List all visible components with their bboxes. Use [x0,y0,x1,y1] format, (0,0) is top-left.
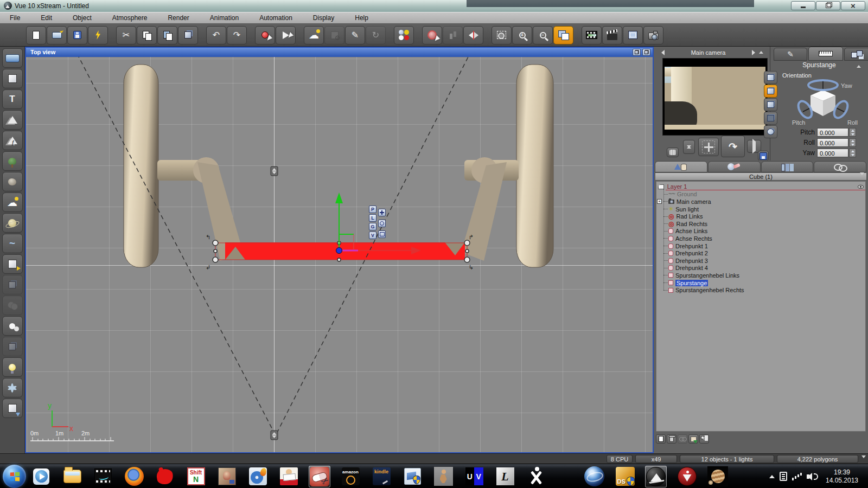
rotate-handle-icon[interactable]: ↰ [206,234,210,240]
object-list-header[interactable]: Cube (1) [655,172,867,181]
taskbar-planet-tool[interactable] [707,466,729,487]
render-snapshot-button[interactable] [643,26,663,44]
overlay-move-button[interactable] [378,209,386,216]
menu-automation[interactable]: Automation [257,13,295,23]
network-signal-icon[interactable] [792,472,802,480]
menu-file[interactable]: File [8,13,22,23]
plant-tool[interactable] [2,151,23,171]
taskbar-uv-mapper[interactable]: UV [463,466,485,487]
show-hidden-icons-arrow[interactable] [769,475,775,478]
tree-row-achse-rechts[interactable]: Achse Rechts [656,235,865,242]
tree-row-layer[interactable]: Layer 1 [656,183,865,191]
aspect-pivot-button[interactable] [764,112,777,125]
viewport-camera-button[interactable] [642,49,650,56]
overlay-frame-button[interactable] [378,230,386,238]
render-play-button[interactable] [276,26,296,44]
terrain-tool[interactable] [2,110,23,130]
aspect-position-button[interactable] [764,71,777,84]
metaball-tool[interactable] [2,316,23,336]
wheel-left[interactable] [124,65,158,267]
redo-button[interactable]: ↷ [227,26,247,44]
render-select-button[interactable] [255,26,275,44]
swap-view-layout-button[interactable] [553,26,573,44]
aspect-size-button[interactable] [764,98,777,111]
menu-object[interactable]: Object [71,13,94,23]
color-balls-button[interactable] [394,26,414,44]
tab-numerics[interactable] [808,47,843,61]
hierarchy-button[interactable] [699,434,709,444]
camera-next-icon[interactable] [750,49,757,56]
planet-browser-button[interactable] [422,26,442,44]
yaw-stepper[interactable] [849,149,856,157]
render-animation-button[interactable] [582,26,602,44]
load-object-button[interactable] [688,434,698,444]
taskbar-clock[interactable]: 19:39 14.05.2013 [822,468,866,485]
tree-row-drehpunkt-4[interactable]: Drehpunkt 4 [656,265,865,272]
pitch-stepper[interactable] [849,128,856,137]
elevation-stepper[interactable] [683,140,695,154]
material-editor-button[interactable]: ✎ [345,26,365,44]
camera-collapse-icon[interactable] [757,49,765,56]
export-object-tool[interactable] [2,254,23,274]
taskbar-kindle[interactable]: kindle [371,466,392,487]
water-plane-tool[interactable] [2,48,23,68]
tree-row-achse-links[interactable]: Achse Links [656,228,865,235]
camera-preview-image[interactable] [662,58,768,136]
cut-button[interactable]: ✂ [116,26,136,44]
taskbar-nero-burner[interactable] [247,466,269,487]
taskbar-daz-studio[interactable] [676,466,698,487]
taskbar-file-explorer[interactable] [61,466,83,487]
taskbar-ds-tool[interactable]: DS [614,466,636,487]
zoom-rectangle-button[interactable] [492,26,512,44]
cloud-tool[interactable]: ☁ [2,192,23,212]
action-center-icon[interactable] [780,472,787,481]
tab-links[interactable] [814,161,866,172]
new-scene-button[interactable] [26,26,46,44]
menu-display[interactable]: Display [311,13,336,23]
new-layer-button[interactable] [656,434,666,444]
tab-paint[interactable]: ✎ [774,48,807,61]
rotate-handle-icon[interactable]: ↱ [469,234,474,240]
save-camera-button[interactable] [758,151,769,161]
close-button[interactable] [841,1,865,10]
wheel-right[interactable] [516,65,553,267]
atmosphere-editor-button[interactable]: ☁ [304,26,324,44]
ventilator-tool[interactable] [2,378,23,397]
taskbar-book-reader[interactable] [278,466,299,487]
animation-wizard-button[interactable] [602,26,622,44]
save-button[interactable] [67,26,87,44]
tree-row-drehpunkt-3[interactable]: Drehpunkt 3 [656,257,865,265]
viewport-title-bar[interactable]: Top view [26,48,653,57]
tree-row-spurstangenhebel-rechts[interactable]: Spurstangenhebel Rechts [656,286,865,294]
minimize-button[interactable] [791,1,815,10]
curve-tool[interactable]: ~ [2,234,23,253]
viewport-canvas[interactable]: ↰ ↱ ↲ ↳ [26,57,653,452]
taskbar-daz-figure[interactable] [432,466,454,487]
camera-handle-top[interactable] [271,166,278,176]
rotate-handle-icon[interactable]: ↳ [469,264,474,271]
taskbar-image-viewer[interactable] [216,466,238,487]
tab-links[interactable] [844,48,868,61]
import-object-tool[interactable] [2,399,23,418]
pan-pad-button[interactable] [698,138,719,156]
taskbar-firefox[interactable] [123,466,145,487]
overlay-button-p[interactable]: P [369,206,376,213]
yaw-input[interactable]: 0.000 [817,149,848,157]
tree-row-spurstange-selected[interactable]: Spurstange [656,279,865,287]
paste-button[interactable] [157,26,177,44]
delete-object-button[interactable] [667,434,676,444]
planet-tool[interactable] [2,213,23,233]
taskbar-red-app[interactable] [154,466,176,487]
pan-hand-button[interactable] [667,147,679,157]
taskbar-installer[interactable] [401,466,423,487]
quick-render-save-button[interactable] [88,26,108,44]
tree-row-rad-rechts[interactable]: ◎Rad Rechts [656,220,865,228]
pitch-input[interactable]: 0.000 [817,128,848,137]
title-bar[interactable]: Vue 10 xStream - Untitled [0,0,868,12]
start-button[interactable] [3,465,26,488]
light-tool[interactable] [2,357,23,377]
taskbar-pill-scissors-app[interactable]: ✂ [309,466,330,487]
menu-help[interactable]: Help [353,13,371,23]
paste-as-object-button[interactable] [178,26,198,44]
overlay-zoom-button[interactable] [378,220,386,227]
